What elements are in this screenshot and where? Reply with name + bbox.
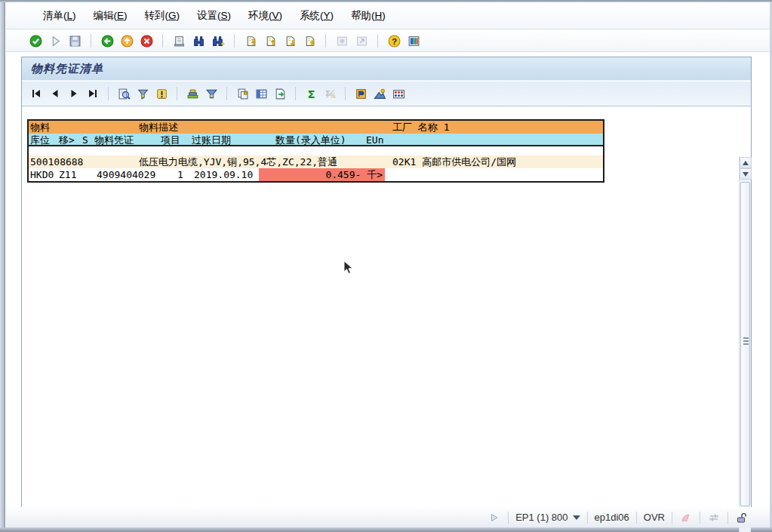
toolbar-separator — [91, 34, 91, 48]
insert-mode-label[interactable]: OVR — [644, 512, 665, 523]
cell-mat-doc[interactable]: 4909404029 — [97, 168, 155, 181]
save-icon[interactable] — [68, 34, 82, 48]
scroll-up-icon[interactable] — [740, 157, 752, 168]
cell-material-desc[interactable]: 低压电力电缆,YJV,铜,95,4芯,ZC,22,普通 — [139, 155, 337, 168]
sort-ascending-icon[interactable] — [186, 87, 199, 100]
menu-bar: 清单(L) 编辑(E) 转到(G) 设置(S) 环境(V) 系统(Y) 帮助(H… — [6, 2, 770, 29]
toolbar-separator — [345, 87, 346, 100]
last-page-icon[interactable] — [303, 34, 316, 48]
filter-icon[interactable] — [136, 87, 149, 100]
cell-posting-date[interactable]: 2019.09.10 — [194, 168, 253, 181]
find-icon[interactable] — [192, 34, 205, 48]
system-session-field[interactable]: EP1 (1) 800 — [515, 512, 580, 523]
sum-icon[interactable]: Σ — [304, 87, 318, 100]
svg-text:Σ: Σ — [307, 88, 315, 100]
performance-icon — [679, 511, 693, 524]
table-header-row-document: 库位 移> S 物料凭证 项目 过账日期 数量(录入单位) EUn — [29, 134, 603, 146]
cell-material[interactable]: 500108688 — [30, 155, 83, 168]
menu-goto[interactable]: 转到(G) — [141, 8, 184, 24]
help-icon[interactable]: ? — [387, 34, 401, 48]
previous-record-icon[interactable] — [48, 87, 62, 100]
last-record-icon[interactable] — [86, 87, 100, 100]
toolbar-separator — [108, 87, 109, 100]
cell-storage-loc[interactable]: HKD0 — [30, 168, 54, 181]
window-bottom-edge — [0, 527, 772, 532]
menu-edit[interactable]: 编辑(E) — [90, 8, 131, 24]
status-bar: EP1 (1) 800 ep1di06 OVR — [6, 507, 770, 527]
menu-environment[interactable]: 环境(V) — [245, 8, 286, 24]
exit-icon[interactable] — [120, 34, 134, 48]
system-session-label: EP1 (1) 800 — [515, 512, 567, 523]
cell-move-type[interactable]: Z11 — [59, 168, 76, 181]
content-panel: 物料凭证清单 Σ Σ% — [21, 57, 752, 507]
vertical-scrollbar[interactable] — [739, 157, 751, 532]
next-record-icon[interactable] — [67, 87, 81, 100]
important-icon[interactable] — [155, 87, 168, 100]
col-header-posting-date: 过账日期 — [192, 134, 231, 146]
column-layout-icon[interactable] — [254, 87, 268, 100]
variant-icon[interactable] — [354, 87, 368, 100]
page-up-icon[interactable] — [263, 34, 277, 48]
col-header-plant-name: 工厂 名称 1 — [392, 121, 449, 134]
cancel-icon[interactable] — [140, 34, 153, 48]
cell-quantity-negative[interactable]: 0.459- 千> — [259, 168, 385, 181]
copy-icon[interactable] — [235, 87, 249, 100]
cell-plant[interactable]: 02K1 高邮市供电公司/国网 — [392, 155, 516, 168]
table-spacer-row — [29, 146, 603, 155]
scrollbar-thumb[interactable] — [740, 182, 750, 506]
toolbar-separator — [325, 34, 326, 48]
subtotal-icon[interactable]: Σ% — [323, 87, 337, 100]
details-icon[interactable] — [117, 87, 131, 100]
status-separator — [672, 512, 672, 524]
col-header-quantity: 数量(录入单位) — [275, 134, 346, 146]
new-session-icon[interactable] — [335, 34, 349, 48]
col-header-s: S — [82, 134, 88, 146]
menu-settings[interactable]: 设置(S) — [193, 8, 235, 24]
server-label: ep1di06 — [595, 512, 629, 523]
find-next-icon[interactable] — [211, 34, 225, 48]
col-header-material-desc: 物料描述 — [139, 121, 178, 134]
graphic-icon[interactable] — [373, 87, 386, 100]
list-area: 物料 物料描述 工厂 名称 1 库位 移> S 物料凭证 项目 过账日期 数量(… — [22, 107, 751, 508]
toolbar-separator — [226, 87, 227, 100]
sap-window: 清单(L) 编辑(E) 转到(G) 设置(S) 环境(V) 系统(Y) 帮助(H… — [0, 0, 772, 532]
export-icon[interactable] — [273, 87, 287, 100]
status-separator — [636, 512, 637, 524]
col-header-unit: EUn — [366, 134, 383, 146]
table-row-material[interactable]: 500108688 低压电力电缆,YJV,铜,95,4芯,ZC,22,普通 02… — [29, 155, 603, 168]
toolbar-separator — [177, 87, 177, 100]
col-header-item: 项目 — [161, 134, 180, 146]
cell-item[interactable]: 1 — [177, 168, 183, 181]
first-page-icon[interactable] — [244, 34, 257, 48]
table-row-document[interactable]: HKD0 Z11 4909404029 1 2019.09.10 0.459- … — [29, 168, 603, 181]
print-icon[interactable] — [172, 34, 186, 48]
scrollbar-grip — [743, 337, 749, 345]
enter-icon[interactable] — [29, 34, 42, 48]
menu-system[interactable]: 系统(Y) — [296, 8, 337, 24]
title-bar: 物料凭证清单 — [22, 57, 751, 81]
page-down-icon[interactable] — [283, 34, 297, 48]
standard-toolbar: ? — [6, 30, 770, 52]
toolbar-separator — [234, 34, 235, 48]
create-shortcut-icon[interactable] — [355, 34, 368, 48]
play-icon[interactable] — [487, 511, 501, 524]
data-transfer-icon — [707, 511, 721, 524]
customize-layout-icon[interactable] — [407, 34, 420, 48]
sort-descending-icon[interactable] — [205, 87, 218, 100]
menu-help[interactable]: 帮助(H) — [347, 8, 389, 24]
back-icon[interactable] — [100, 34, 114, 48]
first-record-icon[interactable] — [29, 87, 43, 100]
col-header-material: 物料 — [30, 121, 50, 134]
scroll-down-icon[interactable] — [740, 168, 752, 180]
execute-icon[interactable] — [48, 34, 62, 48]
svg-text:%: % — [329, 91, 335, 99]
col-header-storage-loc: 库位 — [30, 134, 50, 146]
material-document-table: 物料 物料描述 工厂 名称 1 库位 移> S 物料凭证 项目 过账日期 数量(… — [27, 119, 604, 183]
application-toolbar: Σ Σ% — [22, 81, 751, 106]
toolbar-separator — [162, 34, 163, 48]
lock-open-icon[interactable] — [735, 511, 749, 524]
dropdown-caret-icon[interactable] — [573, 515, 580, 520]
abc-analysis-icon[interactable] — [392, 87, 405, 100]
status-separator — [508, 512, 509, 524]
menu-list[interactable]: 清单(L) — [39, 8, 80, 24]
